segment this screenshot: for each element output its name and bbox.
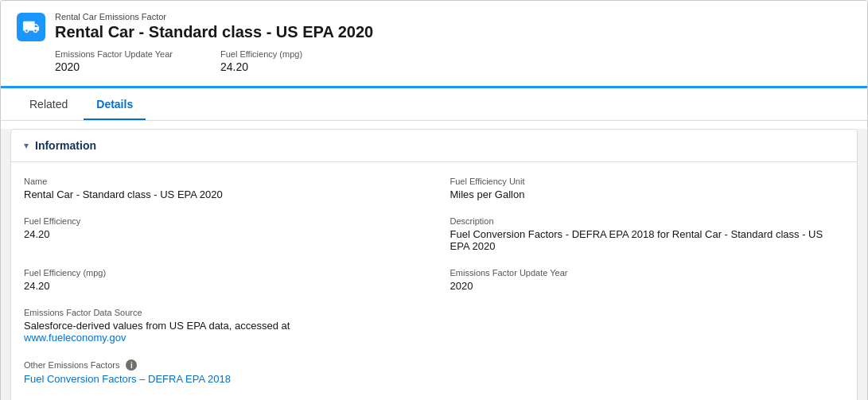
info-section: ▾ Information Name Rental Car - Standard… [10, 129, 858, 400]
field-value-update-year: 2020 ✏ [450, 280, 845, 292]
field-value-name: Rental Car - Standard class - US EPA 202… [24, 188, 434, 200]
empty-right-data-source [434, 300, 845, 351]
field-update-year: Emissions Factor Update Year 2020 ✏ [434, 260, 845, 300]
field-fuel-efficiency-unit: Fuel Efficiency Unit Miles per Gallon ✏ [434, 169, 845, 208]
tab-related[interactable]: Related [17, 88, 80, 120]
record-title: Rental Car - Standard class - US EPA 202… [55, 23, 373, 41]
field-label-fuel-efficiency: Fuel Efficiency [24, 216, 434, 226]
field-label-description: Description [450, 216, 845, 226]
info-icon[interactable]: i [126, 359, 137, 371]
record-meta: Emissions Factor Update Year 2020 Fuel E… [55, 49, 851, 73]
meta-value-update-year: 2020 [55, 60, 173, 73]
field-label-other-emissions: Other Emissions Factors i [24, 359, 434, 371]
page-wrapper: Rental Car Emissions Factor Rental Car -… [0, 0, 868, 400]
record-title-group: Rental Car Emissions Factor Rental Car -… [55, 12, 373, 41]
record-header-top: Rental Car Emissions Factor Rental Car -… [17, 12, 851, 41]
fields-grid: Name Rental Car - Standard class - US EP… [11, 162, 857, 400]
field-value-other-emissions: Fuel Conversion Factors – DEFRA EPA 2018 [24, 373, 434, 385]
field-label-fuel-efficiency-unit: Fuel Efficiency Unit [450, 177, 845, 186]
field-label-name: Name [24, 177, 434, 186]
section-title: Information [35, 139, 96, 152]
collapse-chevron-icon: ▾ [24, 140, 29, 151]
field-value-data-source-link: www.fueleconomy.gov [24, 332, 434, 344]
field-other-emissions: Other Emissions Factors i Fuel Conversio… [24, 351, 434, 393]
meta-item-update-year: Emissions Factor Update Year 2020 [55, 49, 173, 73]
tabs-bar: Related Details [1, 88, 867, 121]
field-fuel-efficiency-mpg: Fuel Efficiency (mpg) 24.20 ✏ [24, 260, 434, 300]
field-label-data-source: Emissions Factor Data Source [24, 308, 434, 317]
field-value-data-source: Salesforce-derived values from US EPA da… [24, 320, 434, 332]
field-data-source: Emissions Factor Data Source Salesforce-… [24, 300, 434, 351]
field-fuel-efficiency: Fuel Efficiency 24.20 ✏ [24, 208, 434, 260]
field-value-fuel-efficiency-mpg: 24.20 ✏ [24, 280, 434, 292]
defra-link[interactable]: Fuel Conversion Factors – DEFRA EPA 2018 [24, 373, 231, 385]
field-value-fuel-efficiency-unit: Miles per Gallon ✏ [450, 188, 845, 200]
field-value-fuel-efficiency: 24.20 ✏ [24, 228, 434, 240]
meta-label-fuel-efficiency: Fuel Efficiency (mpg) [220, 49, 302, 59]
field-label-update-year: Emissions Factor Update Year [450, 268, 845, 278]
field-label-fuel-efficiency-mpg: Fuel Efficiency (mpg) [24, 268, 434, 278]
meta-item-fuel-efficiency: Fuel Efficiency (mpg) 24.20 [220, 49, 302, 73]
section-header[interactable]: ▾ Information [11, 130, 857, 162]
tab-details[interactable]: Details [84, 88, 146, 120]
meta-value-fuel-efficiency: 24.20 [220, 60, 302, 73]
field-name: Name Rental Car - Standard class - US EP… [24, 169, 434, 208]
field-value-description: Fuel Conversion Factors - DEFRA EPA 2018… [450, 228, 845, 252]
main-content: ▾ Information Name Rental Car - Standard… [1, 129, 867, 400]
field-description: Description Fuel Conversion Factors - DE… [434, 208, 845, 260]
record-icon [17, 13, 45, 41]
record-object-type: Rental Car Emissions Factor [55, 12, 373, 21]
record-header: Rental Car Emissions Factor Rental Car -… [1, 1, 867, 88]
fueleconomy-link[interactable]: www.fueleconomy.gov [24, 332, 126, 344]
meta-label-update-year: Emissions Factor Update Year [55, 49, 173, 59]
